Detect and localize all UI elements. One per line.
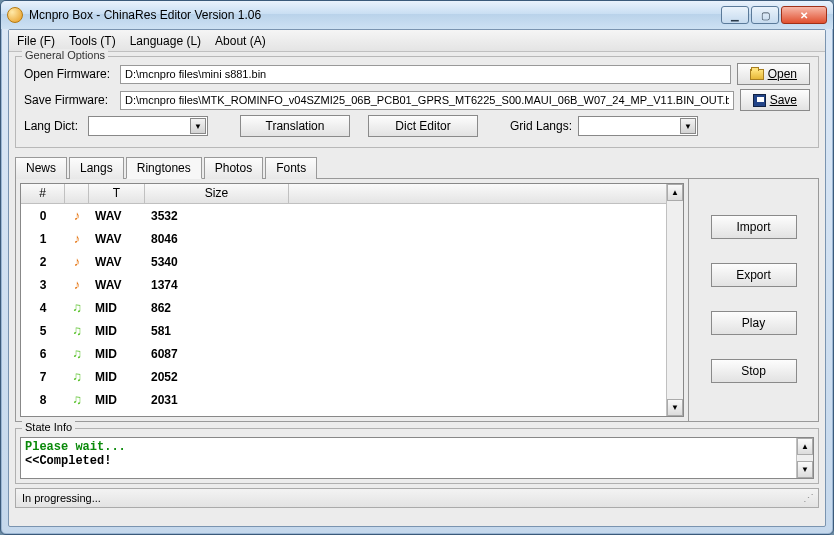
open-firmware-label: Open Firmware: [24, 67, 114, 81]
langdict-label: Lang Dict: [24, 119, 82, 133]
minimize-button[interactable] [721, 6, 749, 24]
col-num[interactable]: # [21, 184, 65, 203]
col-rest[interactable] [289, 184, 666, 203]
maximize-button[interactable] [751, 6, 779, 24]
dict-editor-button[interactable]: Dict Editor [368, 115, 478, 137]
scroll-up-icon[interactable]: ▲ [797, 438, 813, 455]
tab-langs[interactable]: Langs [69, 157, 124, 179]
note-green-icon: ♫ [65, 345, 89, 362]
scroll-track[interactable] [667, 201, 683, 399]
table-row[interactable]: 6♫MID6087 [21, 342, 666, 365]
status-bar: In progressing... ⋰ [15, 488, 819, 508]
save-firmware-input[interactable] [120, 91, 734, 110]
state-legend: State Info [22, 421, 75, 433]
note-green-icon: ♫ [65, 368, 89, 385]
note-green-icon: ♫ [65, 322, 89, 339]
window-title: Mcnpro Box - ChinaRes Editor Version 1.0… [29, 8, 721, 22]
menu-language[interactable]: Language (L) [130, 34, 201, 48]
save-disk-icon [753, 94, 766, 107]
menu-about[interactable]: About (A) [215, 34, 266, 48]
note-green-icon: ♫ [65, 299, 89, 316]
gridlangs-label: Grid Langs: [510, 119, 572, 133]
tab-news[interactable]: News [15, 157, 67, 179]
menu-file[interactable]: File (F) [17, 34, 55, 48]
translation-button[interactable]: Translation [240, 115, 350, 137]
note-orange-icon: ♪ [65, 276, 89, 293]
note-orange-icon: ♪ [65, 207, 89, 224]
table-row[interactable]: 0♪WAV3532 [21, 204, 666, 227]
col-size[interactable]: Size [145, 184, 289, 203]
scroll-down-icon[interactable]: ▼ [667, 399, 683, 416]
scroll-up-icon[interactable]: ▲ [667, 184, 683, 201]
tab-fonts[interactable]: Fonts [265, 157, 317, 179]
col-type[interactable]: T [89, 184, 145, 203]
note-orange-icon: ♪ [65, 253, 89, 270]
status-text: In progressing... [22, 492, 101, 504]
general-legend: General Options [22, 49, 108, 61]
log-scrollbar[interactable]: ▲ ▼ [796, 438, 813, 478]
note-green-icon: ♫ [65, 391, 89, 408]
scroll-down-icon[interactable]: ▼ [797, 461, 813, 478]
table-row[interactable]: 1♪WAV8046 [21, 227, 666, 250]
table-row[interactable]: 3♪WAV1374 [21, 273, 666, 296]
stop-button[interactable]: Stop [711, 359, 797, 383]
tab-photos[interactable]: Photos [204, 157, 263, 179]
titlebar[interactable]: Mcnpro Box - ChinaRes Editor Version 1.0… [1, 1, 833, 29]
open-firmware-input[interactable] [120, 65, 731, 84]
import-button[interactable]: Import [711, 215, 797, 239]
tab-ringtones[interactable]: Ringtones [126, 157, 202, 179]
vertical-scrollbar[interactable]: ▲ ▼ [666, 184, 683, 416]
app-icon [7, 7, 23, 23]
menubar: File (F) Tools (T) Language (L) About (A… [9, 30, 825, 52]
play-button[interactable]: Play [711, 311, 797, 335]
menu-tools[interactable]: Tools (T) [69, 34, 116, 48]
side-panel: Import Export Play Stop [688, 179, 818, 421]
chevron-down-icon: ▼ [680, 118, 696, 134]
langdict-select[interactable]: ▼ [88, 116, 208, 136]
general-options: General Options Open Firmware: Open Save… [15, 56, 819, 148]
table-row[interactable]: 2♪WAV5340 [21, 250, 666, 273]
close-button[interactable] [781, 6, 827, 24]
table-row[interactable]: 4♫MID862 [21, 296, 666, 319]
tabs: NewsLangsRingtonesPhotosFonts [15, 156, 819, 178]
table-row[interactable]: 7♫MID2052 [21, 365, 666, 388]
note-orange-icon: ♪ [65, 230, 89, 247]
table-row[interactable]: 8♫MID2031 [21, 388, 666, 411]
table-header: # T Size [21, 184, 666, 204]
log-text: Please wait... <<Completed! [21, 438, 796, 478]
gridlangs-select[interactable]: ▼ [578, 116, 698, 136]
export-button[interactable]: Export [711, 263, 797, 287]
save-firmware-label: Save Firmware: [24, 93, 114, 107]
save-button[interactable]: Save [740, 89, 810, 111]
open-button[interactable]: Open [737, 63, 810, 85]
chevron-down-icon: ▼ [190, 118, 206, 134]
table-body: 0♪WAV35321♪WAV80462♪WAV53403♪WAV13744♫MI… [21, 204, 666, 416]
folder-open-icon [750, 69, 764, 80]
resize-grip-icon[interactable]: ⋰ [803, 492, 812, 505]
table-row[interactable]: 5♫MID581 [21, 319, 666, 342]
col-icon[interactable] [65, 184, 89, 203]
state-info: State Info Please wait... <<Completed! ▲… [15, 428, 819, 484]
